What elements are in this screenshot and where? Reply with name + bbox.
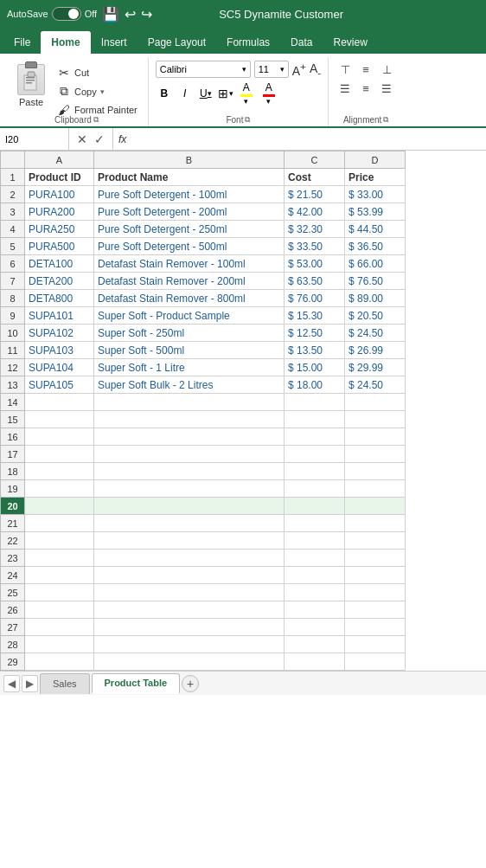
name-box[interactable]: I20 xyxy=(0,128,69,150)
table-cell[interactable] xyxy=(285,498,345,515)
table-cell[interactable] xyxy=(345,584,406,601)
table-cell[interactable] xyxy=(25,584,94,601)
row-header[interactable]: 13 xyxy=(1,376,25,394)
table-cell[interactable]: $ 33.50 xyxy=(285,238,345,255)
bold-button[interactable]: B xyxy=(156,85,173,102)
font-color-button[interactable]: A ▾ xyxy=(259,80,278,107)
paste-button[interactable]: Paste xyxy=(12,61,50,111)
table-cell[interactable] xyxy=(285,463,345,480)
table-cell[interactable] xyxy=(25,619,94,636)
table-cell[interactable] xyxy=(25,567,94,584)
table-cell[interactable] xyxy=(94,567,285,584)
table-cell[interactable] xyxy=(25,636,94,653)
table-cell[interactable] xyxy=(94,394,285,411)
table-cell[interactable] xyxy=(94,601,285,619)
table-cell[interactable] xyxy=(94,653,285,671)
table-cell[interactable]: PURA200 xyxy=(25,203,94,221)
cut-button[interactable]: ✂ Cut xyxy=(54,64,141,81)
table-cell[interactable] xyxy=(285,584,345,601)
table-cell[interactable]: Detafast Stain Remover - 100ml xyxy=(94,255,285,273)
table-cell[interactable] xyxy=(25,411,94,428)
table-cell[interactable] xyxy=(285,411,345,428)
table-cell[interactable]: $ 15.00 xyxy=(285,359,345,376)
table-cell[interactable]: $ 26.99 xyxy=(345,342,406,359)
row-header[interactable]: 7 xyxy=(1,273,25,290)
row-header[interactable]: 14 xyxy=(1,394,25,411)
border-button[interactable]: ⊞ ▾ xyxy=(218,87,233,100)
table-cell[interactable] xyxy=(345,515,406,532)
tab-insert[interactable]: Insert xyxy=(91,31,137,54)
table-cell[interactable] xyxy=(25,550,94,567)
table-cell[interactable]: $ 18.00 xyxy=(285,376,345,394)
table-cell[interactable] xyxy=(94,584,285,601)
table-cell[interactable] xyxy=(285,636,345,653)
table-cell[interactable]: SUPA101 xyxy=(25,307,94,325)
table-cell[interactable] xyxy=(25,394,94,411)
formula-confirm-button[interactable]: ✓ xyxy=(92,132,107,146)
row-header[interactable]: 23 xyxy=(1,550,25,567)
row-header[interactable]: 17 xyxy=(1,446,25,463)
undo-icon[interactable]: ↩ xyxy=(125,6,136,23)
table-cell[interactable]: Detafast Stain Remover - 800ml xyxy=(94,290,285,307)
row-header[interactable]: 10 xyxy=(1,325,25,342)
table-cell[interactable] xyxy=(94,636,285,653)
table-cell[interactable]: Pure Soft Detergent - 250ml xyxy=(94,221,285,238)
table-cell[interactable]: $ 13.50 xyxy=(285,342,345,359)
underline-arrow[interactable]: ▾ xyxy=(208,89,212,98)
table-cell[interactable]: PURA500 xyxy=(25,238,94,255)
row-header[interactable]: 26 xyxy=(1,601,25,619)
row-header[interactable]: 21 xyxy=(1,515,25,532)
row-header[interactable]: 16 xyxy=(1,428,25,446)
table-cell[interactable] xyxy=(25,532,94,550)
autosave-pill[interactable] xyxy=(52,7,81,21)
table-cell[interactable]: $ 89.00 xyxy=(345,290,406,307)
table-cell[interactable]: $ 24.50 xyxy=(345,376,406,394)
table-cell[interactable]: $ 76.00 xyxy=(285,290,345,307)
table-cell[interactable] xyxy=(345,463,406,480)
tab-page-layout[interactable]: Page Layout xyxy=(137,31,216,54)
row-header[interactable]: 2 xyxy=(1,186,25,203)
table-cell[interactable]: $ 76.50 xyxy=(345,273,406,290)
table-cell[interactable]: Cost xyxy=(285,169,345,186)
row-header[interactable]: 19 xyxy=(1,480,25,498)
table-cell[interactable] xyxy=(94,411,285,428)
row-header[interactable]: 1 xyxy=(1,169,25,186)
table-cell[interactable]: Pure Soft Detergent - 100ml xyxy=(94,186,285,203)
table-cell[interactable]: Product Name xyxy=(94,169,285,186)
table-cell[interactable]: Super Soft - 1 Litre xyxy=(94,359,285,376)
table-cell[interactable] xyxy=(345,394,406,411)
italic-button[interactable]: I xyxy=(176,85,194,102)
sheet-nav-right[interactable]: ▶ xyxy=(22,675,38,692)
table-cell[interactable]: SUPA105 xyxy=(25,376,94,394)
table-cell[interactable] xyxy=(345,532,406,550)
table-cell[interactable]: $ 15.30 xyxy=(285,307,345,325)
formula-cancel-button[interactable]: ✕ xyxy=(74,132,90,146)
table-cell[interactable]: SUPA104 xyxy=(25,359,94,376)
table-cell[interactable] xyxy=(25,463,94,480)
table-cell[interactable] xyxy=(345,480,406,498)
highlight-color-button[interactable]: A ▾ xyxy=(237,80,256,107)
table-cell[interactable]: $ 12.50 xyxy=(285,325,345,342)
table-cell[interactable] xyxy=(345,446,406,463)
row-header[interactable]: 18 xyxy=(1,463,25,480)
table-cell[interactable]: Super Soft Bulk - 2 Litres xyxy=(94,376,285,394)
table-cell[interactable]: Super Soft - 250ml xyxy=(94,325,285,342)
table-cell[interactable]: $ 66.00 xyxy=(345,255,406,273)
table-cell[interactable] xyxy=(25,653,94,671)
table-cell[interactable]: $ 32.30 xyxy=(285,221,345,238)
table-cell[interactable] xyxy=(94,619,285,636)
table-cell[interactable]: DETA200 xyxy=(25,273,94,290)
table-cell[interactable] xyxy=(285,601,345,619)
table-cell[interactable] xyxy=(285,550,345,567)
col-header-a[interactable]: A xyxy=(25,151,94,169)
row-header[interactable]: 11 xyxy=(1,342,25,359)
table-cell[interactable]: Pure Soft Detergent - 500ml xyxy=(94,238,285,255)
font-color-arrow[interactable]: ▾ xyxy=(266,97,271,106)
tab-data[interactable]: Data xyxy=(280,31,323,54)
table-cell[interactable] xyxy=(94,480,285,498)
table-cell[interactable]: $ 42.00 xyxy=(285,203,345,221)
table-cell[interactable]: SUPA102 xyxy=(25,325,94,342)
sheet-nav-left[interactable]: ◀ xyxy=(3,675,20,692)
table-cell[interactable] xyxy=(25,601,94,619)
tab-review[interactable]: Review xyxy=(323,31,377,54)
